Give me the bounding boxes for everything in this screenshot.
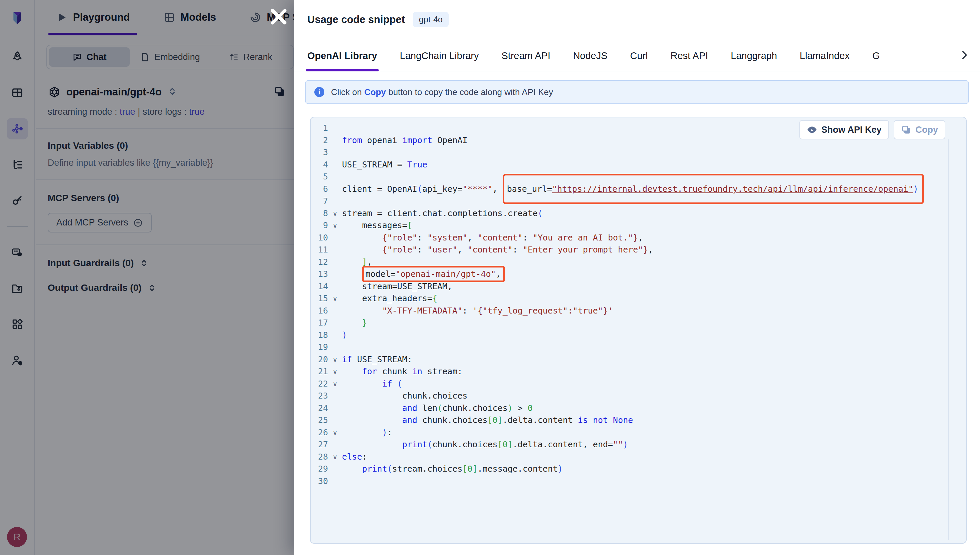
code-token: else <box>342 452 362 462</box>
code-line: 16"X-TFY-METADATA": '{"tfy_log_request":… <box>311 305 942 317</box>
indent-guide <box>382 402 402 415</box>
code-token: not <box>593 415 608 425</box>
tab-langchain-library[interactable]: LangChain Library <box>400 41 479 71</box>
code-token: [ <box>407 220 412 230</box>
code-token: ( <box>397 379 402 388</box>
code-scrollbar[interactable] <box>948 140 949 540</box>
tab-nodejs[interactable]: NodeJS <box>573 41 608 71</box>
model-badge: gpt-4o <box>413 12 449 27</box>
code-line: 24and len(chunk.choices) > 0 <box>311 402 942 415</box>
code-token: extra_headers= <box>362 294 432 303</box>
code-token: ] <box>362 257 367 267</box>
code-token: : <box>417 245 427 255</box>
fold-gutter <box>328 463 342 475</box>
copy-icon <box>901 124 912 135</box>
copy-label: Copy <box>916 125 938 135</box>
code-token: model= <box>365 269 395 279</box>
tab-rest-api[interactable]: Rest API <box>671 41 708 71</box>
code-line-text: and len(chunk.choices) > 0 <box>342 402 533 415</box>
line-number: 15 <box>311 292 328 305</box>
code-line: 22∨if ( <box>311 378 942 390</box>
fold-gutter <box>328 329 342 342</box>
fold-toggle-icon[interactable]: ∨ <box>328 366 342 378</box>
line-number: 18 <box>311 329 328 342</box>
snippet-tab-bar: OpenAI LibraryLangChain LibraryStream AP… <box>294 41 980 71</box>
code-token: 0 <box>467 464 472 473</box>
code-token: , <box>496 269 501 279</box>
code-token: 0 <box>503 440 508 449</box>
code-line-text: for chunk in stream: <box>342 366 462 378</box>
code-line: 20∨if USE_STREAM: <box>311 354 942 366</box>
fold-toggle-icon[interactable]: ∨ <box>328 354 342 366</box>
code-line: 18) <box>311 329 942 342</box>
code-line: 17} <box>311 317 942 329</box>
indent-guide <box>362 305 382 317</box>
tab-stream-api[interactable]: Stream API <box>501 41 550 71</box>
modal-header: Usage code snippet gpt-4o <box>294 0 980 27</box>
code-token: messages= <box>362 220 407 230</box>
tab-llamaindex[interactable]: LlamaIndex <box>800 41 850 71</box>
indent-guide <box>342 390 362 402</box>
code-token: .message.content <box>477 464 558 473</box>
code-line: 28∨else: <box>311 451 942 463</box>
code-token: "user" <box>427 245 457 255</box>
code-token: USE_STREAM: <box>352 354 412 364</box>
code-line: 30 <box>311 475 942 488</box>
code-line: 29print(stream.choices[0].message.conten… <box>311 463 942 475</box>
model-highlight-box: model="openai-main/gpt-4o", <box>362 266 505 282</box>
code-token: ( <box>387 464 392 473</box>
code-token: ) <box>558 464 563 473</box>
tab-langgraph[interactable]: Langgraph <box>731 41 777 71</box>
code-token <box>588 415 593 425</box>
code-token: and <box>402 403 417 413</box>
code-line-text: print(chunk.choices[0].delta.content, en… <box>342 439 628 451</box>
code-token: stream = client.chat.completions.create <box>342 209 538 218</box>
tab-openai-library[interactable]: OpenAI Library <box>307 41 377 71</box>
tabs-scroll-right-icon[interactable] <box>959 50 970 62</box>
code-line: 10{"role": "system", "content": "You are… <box>311 232 942 244</box>
code-line-text: if ( <box>342 378 402 390</box>
fold-toggle-icon[interactable]: ∨ <box>328 207 342 220</box>
code-token: : <box>362 452 367 462</box>
fold-toggle-icon[interactable]: ∨ <box>328 220 342 232</box>
code-token: ] <box>472 464 477 473</box>
fold-gutter <box>328 268 342 281</box>
fold-gutter <box>328 475 342 488</box>
show-api-key-button[interactable]: Show API Key <box>799 120 889 140</box>
copy-code-button[interactable]: Copy <box>894 120 946 140</box>
code-token: print <box>362 464 387 473</box>
code-token: } <box>362 318 367 327</box>
code-line-text: else: <box>342 451 367 463</box>
line-number: 16 <box>311 305 328 317</box>
line-number: 9 <box>311 220 328 232</box>
code-token: from <box>342 135 362 145</box>
fold-toggle-icon[interactable]: ∨ <box>328 292 342 305</box>
code-token: if <box>382 379 392 388</box>
line-number: 8 <box>311 207 328 220</box>
fold-toggle-icon[interactable]: ∨ <box>328 427 342 439</box>
tab-g[interactable]: G <box>872 41 880 71</box>
banner-text: Click on Copy button to copy the code al… <box>331 87 553 98</box>
line-number: 6 <box>311 183 328 196</box>
code-token: : <box>513 245 523 255</box>
line-number: 27 <box>311 439 328 451</box>
fold-toggle-icon[interactable]: ∨ <box>328 451 342 463</box>
tab-curl[interactable]: Curl <box>630 41 647 71</box>
code-token: for <box>362 367 377 376</box>
indent-guide <box>362 414 382 427</box>
code-token: , <box>457 245 467 255</box>
fold-gutter <box>328 244 342 256</box>
code-token: "content" <box>477 233 522 242</box>
show-api-key-label: Show API Key <box>821 125 882 135</box>
code-token: : <box>417 233 427 242</box>
close-icon[interactable] <box>268 6 289 27</box>
indent-guide <box>342 378 362 390</box>
fold-toggle-icon[interactable]: ∨ <box>328 378 342 390</box>
code-token: stream=USE_STREAM, <box>362 281 452 291</box>
line-number: 23 <box>311 390 328 402</box>
code-token: "openai-main/gpt-4o" <box>396 269 496 279</box>
code-line: 3 <box>311 146 942 159</box>
info-icon: i <box>314 87 325 97</box>
copy-info-banner: i Click on Copy button to copy the code … <box>305 80 969 104</box>
code-token: "Enter your prompt here" <box>523 245 643 255</box>
